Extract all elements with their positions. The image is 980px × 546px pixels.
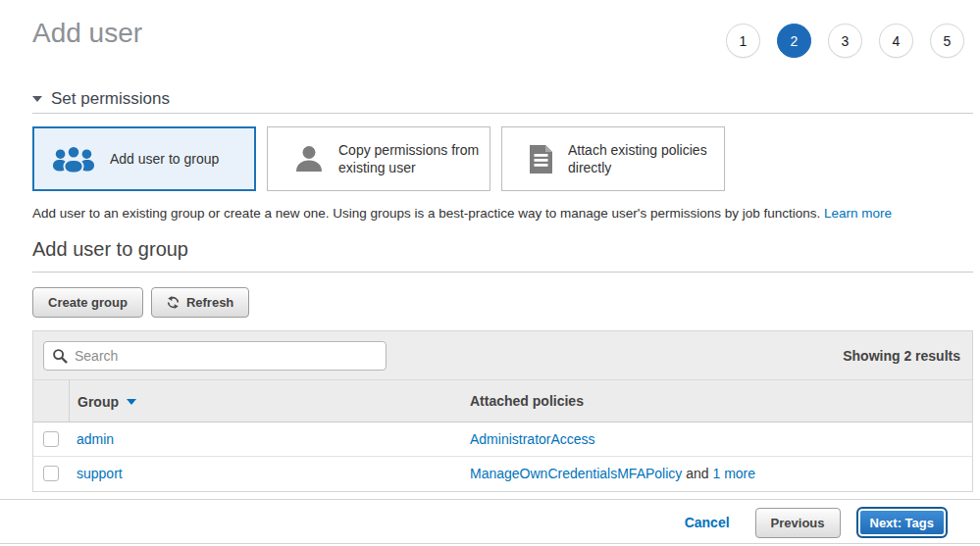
refresh-label: Refresh [186, 295, 233, 310]
wizard-step-indicator: 1 2 3 4 5 [726, 24, 964, 58]
step-4: 4 [879, 24, 913, 58]
create-group-label: Create group [48, 295, 128, 310]
column-header-group[interactable]: Group [77, 380, 136, 422]
attached-policies-cell: AdministratorAccess [470, 422, 595, 457]
search-input[interactable] [43, 341, 387, 371]
policy-document-icon [520, 144, 554, 174]
set-permissions-title: Set permissions [51, 89, 170, 109]
divider [32, 113, 973, 114]
footer-actions: Cancel Previous Next: Tags [685, 507, 948, 538]
sort-desc-icon [127, 399, 136, 405]
table-header-row: Group Attached policies [33, 380, 972, 422]
page-title: Add user [32, 18, 142, 49]
column-header-policies: Attached policies [470, 380, 584, 422]
refresh-button[interactable]: Refresh [151, 287, 249, 318]
step-3: 3 [828, 24, 862, 58]
step-5: 5 [930, 24, 964, 58]
permission-option-cards: Add user to group Copy permissions from … [32, 126, 725, 191]
row-checkbox[interactable] [43, 466, 59, 481]
card-attach-policies[interactable]: Attach existing policies directly [501, 126, 725, 191]
next-tags-button[interactable]: Next: Tags [856, 507, 949, 538]
section-description: Add user to an existing group or create … [32, 206, 892, 221]
more-policies-link[interactable]: 1 more [712, 466, 755, 481]
group-link[interactable]: support [77, 457, 123, 491]
divider [32, 272, 973, 273]
groups-table: Showing 2 results Group Attached policie… [32, 330, 973, 492]
card-add-user-to-group[interactable]: Add user to group [32, 126, 256, 191]
previous-button[interactable]: Previous [755, 508, 841, 538]
card-label: Attach existing policies directly [568, 141, 715, 176]
next-tags-label: Next: Tags [870, 516, 935, 530]
row-checkbox[interactable] [43, 431, 59, 447]
description-text: Add user to an existing group or create … [32, 206, 820, 221]
card-label: Copy permissions from existing user [338, 141, 486, 176]
group-section-title: Add user to group [32, 238, 188, 261]
table-toolbar: Showing 2 results [33, 331, 972, 380]
step-2-current: 2 [777, 24, 811, 58]
cancel-link[interactable]: Cancel [685, 515, 730, 530]
table-row-admin: admin AdministratorAccess [33, 422, 972, 457]
results-count: Showing 2 results [843, 331, 960, 380]
and-text: and [682, 466, 712, 481]
add-user-page: Add user 1 2 3 4 5 Set permissions [0, 0, 980, 546]
table-row-support: support ManageOwnCredentialsMFAPolicy an… [33, 457, 972, 491]
previous-label: Previous [771, 516, 825, 530]
attached-policies-cell: ManageOwnCredentialsMFAPolicy and 1 more [470, 457, 755, 491]
collapse-arrow-icon [32, 96, 42, 102]
refresh-icon [167, 296, 180, 309]
user-group-icon [51, 143, 96, 174]
step-1: 1 [726, 24, 760, 58]
policy-link[interactable]: ManageOwnCredentialsMFAPolicy [470, 466, 682, 481]
group-column-label: Group [77, 394, 119, 410]
policy-link[interactable]: AdministratorAccess [470, 431, 595, 447]
card-copy-permissions[interactable]: Copy permissions from existing user [267, 126, 490, 191]
create-group-button[interactable]: Create group [32, 287, 143, 318]
group-actions: Create group Refresh [32, 287, 249, 318]
learn-more-link[interactable]: Learn more [824, 206, 892, 221]
search-box [43, 341, 387, 371]
set-permissions-section-header[interactable]: Set permissions [32, 89, 170, 109]
wizard-footer: Cancel Previous Next: Tags [0, 499, 980, 544]
search-icon [52, 348, 68, 368]
column-divider [69, 380, 70, 422]
user-icon [285, 143, 325, 174]
group-link[interactable]: admin [77, 422, 114, 457]
card-label: Add user to group [110, 150, 219, 168]
